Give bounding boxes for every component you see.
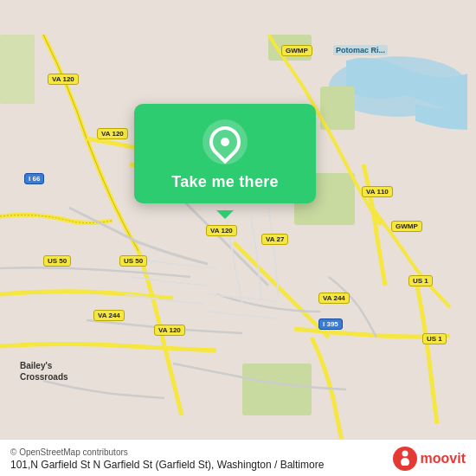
popup-card: Take me there — [134, 104, 316, 203]
location-pin-dot — [221, 138, 229, 146]
i66-badge: I 66 — [24, 173, 44, 184]
us1-badge-bottom: US 1 — [422, 333, 447, 344]
svg-rect-6 — [242, 363, 312, 415]
map-svg — [0, 0, 476, 476]
svg-point-8 — [402, 451, 408, 457]
take-me-there-button[interactable]: Take me there — [171, 173, 279, 191]
copyright-text: © OpenStreetMap contributors — [10, 447, 324, 457]
va244-badge-left: VA 244 — [93, 310, 125, 321]
us50-badge-left: US 50 — [43, 255, 71, 267]
address-text: 101,N Garfield St N Garfield St (Garfiel… — [10, 459, 324, 471]
gwmp-badge-top: GWMP — [281, 45, 312, 56]
moovit-text: moovit — [421, 451, 466, 466]
potomac-river-label: Potomac Ri... — [333, 45, 388, 55]
moovit-logo: moovit — [393, 447, 466, 471]
us1-badge-right: US 1 — [408, 275, 433, 286]
va120-badge-mid: VA 120 — [97, 128, 128, 139]
location-icon-wrapper — [203, 119, 248, 164]
bottom-bar: © OpenStreetMap contributors 101,N Garfi… — [0, 439, 476, 476]
va120-badge-lower: VA 120 — [206, 225, 237, 236]
va244-badge-right: VA 244 — [318, 293, 350, 304]
svg-point-9 — [401, 458, 409, 466]
bottom-info: © OpenStreetMap contributors 101,N Garfi… — [10, 447, 324, 471]
baileys-crossroads-label: Bailey'sCrossroads — [17, 359, 71, 383]
i395-badge: I 395 — [318, 318, 343, 330]
location-pin-icon — [203, 120, 248, 164]
va110-badge: VA 110 — [362, 186, 393, 197]
va120-badge-nw: VA 120 — [48, 74, 79, 85]
svg-rect-5 — [0, 35, 35, 104]
map-container: VA 120 VA 120 VA 120 VA 120 VA 27 VA 244… — [0, 0, 476, 476]
gwmp-badge-right: GWMP — [391, 221, 422, 232]
us50-badge-right: US 50 — [119, 255, 147, 267]
va120-badge-bottom: VA 120 — [154, 325, 185, 336]
va27-badge: VA 27 — [261, 234, 288, 245]
moovit-icon — [393, 447, 417, 471]
